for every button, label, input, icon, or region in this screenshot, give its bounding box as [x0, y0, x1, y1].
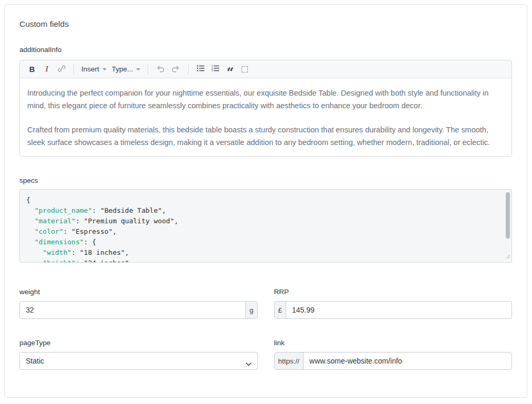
embed-button[interactable]: [238, 63, 252, 76]
pagetype-link-row: pageType Static link https://: [19, 339, 512, 370]
insert-dropdown-label: Insert: [81, 65, 99, 73]
bullet-list-button[interactable]: [194, 63, 207, 76]
editor-content[interactable]: Introducing the perfect companion for yo…: [20, 78, 512, 156]
redo-icon: [171, 64, 181, 75]
chevron-down-icon: [136, 68, 140, 70]
specs-code-editor[interactable]: { "product_name": "Bedside Table", "mate…: [19, 189, 512, 263]
resize-handle-icon[interactable]: [506, 252, 510, 261]
code-line: "product_name": "Bedside Table",: [26, 205, 503, 216]
link-button[interactable]: [55, 63, 68, 76]
custom-fields-card: Custom fields additionalInfo B I: [4, 4, 527, 398]
code-line: "width": "18 inches",: [26, 247, 503, 258]
redo-button[interactable]: [169, 63, 183, 76]
code-line: "height": "24 inches",: [26, 258, 503, 263]
editor-toolbar: B I Insert Typ: [20, 60, 512, 78]
type-dropdown[interactable]: Type...: [110, 63, 143, 76]
specs-label: specs: [19, 177, 512, 184]
undo-icon: [155, 64, 165, 75]
weight-unit-addon: g: [245, 302, 257, 318]
ordered-list-icon: 1 2 3: [211, 64, 220, 75]
weight-field: weight g: [19, 288, 258, 319]
type-dropdown-label: Type...: [112, 65, 133, 73]
editor-paragraph: Introducing the perfect companion for yo…: [27, 87, 504, 112]
currency-addon: £: [275, 302, 287, 318]
link-input[interactable]: [304, 353, 512, 369]
undo-button[interactable]: [153, 63, 168, 76]
bullet-list-icon: [196, 64, 205, 75]
rrp-label: RRP: [274, 288, 513, 296]
link-label: link: [274, 339, 513, 347]
rrp-input[interactable]: [286, 302, 512, 318]
additional-info-field: additionalInfo B I Insert: [19, 46, 512, 157]
code-line: "material": "Premium quality wood",: [26, 216, 503, 226]
weight-input[interactable]: [20, 302, 245, 318]
specs-field: specs { "product_name": "Bedside Table",…: [19, 177, 512, 263]
rrp-input-group: £: [274, 301, 513, 319]
vertical-scrollbar-thumb[interactable]: [506, 192, 510, 239]
ordered-list-button[interactable]: 1 2 3: [208, 63, 222, 76]
page-type-label: pageType: [19, 339, 258, 347]
specs-code: { "product_name": "Bedside Table", "mate…: [26, 195, 503, 263]
chevron-down-icon: [102, 68, 107, 70]
link-field: link https://: [274, 339, 513, 370]
code-line: {: [26, 195, 503, 205]
toolbar-divider: [188, 64, 189, 75]
rrp-field: RRP £: [274, 288, 513, 319]
weight-input-group: g: [19, 301, 258, 319]
blockquote-button[interactable]: “: [223, 63, 237, 76]
weight-label: weight: [19, 288, 258, 296]
code-line: "dimensions": {: [26, 237, 503, 247]
link-input-group: https://: [274, 352, 513, 370]
italic-button[interactable]: I: [40, 63, 54, 76]
link-icon: [57, 64, 66, 75]
insert-dropdown[interactable]: Insert: [79, 63, 109, 76]
svg-text:3: 3: [212, 69, 213, 72]
toolbar-divider: [148, 64, 148, 75]
card-title: Custom fields: [19, 19, 512, 29]
page-type-select[interactable]: Static: [19, 352, 258, 370]
page-type-field: pageType Static: [19, 339, 258, 370]
rich-text-editor: B I Insert Typ: [19, 60, 512, 157]
weight-rrp-row: weight g RRP £: [19, 288, 512, 319]
dashed-square-icon: [242, 66, 248, 72]
page-type-select-wrap: Static: [19, 352, 258, 370]
code-line: "color": "Espresso",: [26, 226, 503, 237]
bold-button[interactable]: B: [25, 63, 39, 76]
additional-info-label: additionalInfo: [19, 46, 512, 54]
blockquote-icon: “: [226, 64, 234, 75]
protocol-addon: https://: [275, 353, 304, 369]
editor-paragraph: Crafted from premium quality materials, …: [27, 123, 504, 149]
toolbar-divider: [74, 64, 74, 75]
